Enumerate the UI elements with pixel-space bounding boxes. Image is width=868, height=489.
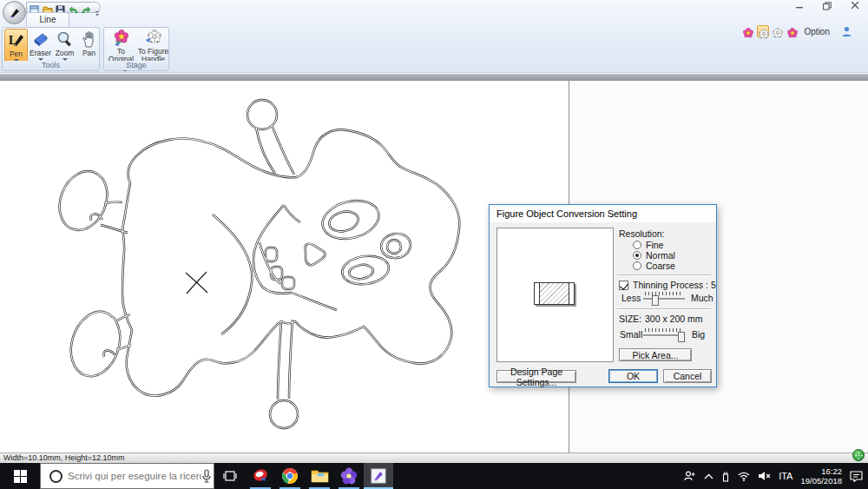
tab-strip: Line Image Option [0, 12, 868, 26]
taskbar-app-active-lineimage[interactable] [364, 463, 393, 489]
embroidery-app-icon [252, 467, 269, 485]
cancel-button[interactable]: Cancel [663, 369, 712, 383]
original-image-flower-icon [105, 29, 137, 48]
dialog-title[interactable]: Figure Object Conversion Setting [490, 205, 716, 222]
big-label: Big [692, 329, 705, 340]
pan-label: Pan [77, 49, 101, 57]
keyboard-language[interactable]: ITA [779, 471, 792, 481]
task-view-button[interactable] [214, 463, 246, 489]
restore-button[interactable] [819, 1, 835, 11]
eraser-icon [29, 30, 52, 49]
slider-thumb[interactable] [678, 332, 685, 342]
radio-coarse-label[interactable]: Coarse [646, 261, 675, 271]
taskbar-app-pedesign[interactable] [334, 463, 364, 489]
tray-date: 19/05/2018 [800, 476, 842, 486]
preview-figure-object [534, 282, 575, 305]
slider-thumb[interactable] [652, 295, 659, 306]
new-document-icon[interactable] [30, 3, 39, 11]
system-tray: ITA 16:22 19/05/2018 [684, 463, 868, 489]
radio-normal-label[interactable]: Normal [646, 250, 675, 261]
tab-line-image[interactable]: Line Image [26, 12, 69, 26]
app-window: Line Image Option L [0, 0, 868, 489]
small-label: Small [620, 329, 642, 340]
clock[interactable]: 16:22 19/05/2018 [800, 466, 842, 486]
radio-fine-label[interactable]: Fine [646, 240, 663, 250]
design-page-settings-button[interactable]: Design Page Settings... [496, 370, 576, 383]
pansy-flower-icon [340, 467, 358, 485]
taskbar-search[interactable] [40, 463, 214, 489]
x-mark [186, 272, 207, 294]
status-bar: Width=10.10mm, Height=12.10mm [0, 453, 868, 463]
resolution-label: Resolution: [619, 228, 665, 239]
figure-handle-flower-icon [137, 29, 169, 48]
start-button[interactable] [0, 463, 40, 489]
magnifier-icon [53, 30, 76, 49]
people-icon[interactable] [684, 471, 696, 481]
less-label: Less [621, 293, 641, 303]
figure-object-conversion-dialog: Figure Object Conversion Setting Resolut… [489, 204, 717, 387]
pen-label: Pen [5, 50, 27, 58]
separator [617, 274, 711, 276]
search-input[interactable] [62, 471, 201, 481]
file-explorer-icon [311, 469, 329, 484]
zoom-tool-button[interactable]: Zoom [53, 29, 76, 62]
undo-icon[interactable] [69, 3, 78, 11]
stage-group-label: Stage [104, 61, 168, 70]
pen-icon: L [5, 30, 27, 50]
size-slider[interactable] [643, 328, 685, 342]
minimize-button[interactable] [792, 1, 807, 11]
show-hidden-icons-chevron[interactable] [704, 473, 713, 479]
redo-icon[interactable] [81, 3, 90, 11]
windows-logo-icon [14, 470, 27, 483]
separator [617, 308, 711, 310]
save-icon[interactable] [56, 3, 65, 11]
taskbar-app-file-explorer[interactable] [305, 463, 334, 489]
window-controls [792, 0, 863, 11]
tools-group-label: Tools [3, 61, 99, 70]
to-original-image-button[interactable]: To Original Image [105, 29, 137, 63]
design-canvas[interactable]: Figure Object Conversion Setting Resolut… [0, 81, 868, 453]
ribbon-header: Line Image Option L [0, 0, 868, 73]
line-drawing-monster [0, 81, 868, 453]
wifi-icon[interactable] [738, 472, 750, 481]
canvas-top-divider [0, 74, 868, 81]
taskbar-app-chrome[interactable] [275, 463, 305, 489]
slider-track [643, 298, 685, 300]
radio-fine[interactable] [633, 241, 641, 249]
size-value: 300 x 200 mm [645, 314, 703, 324]
eraser-tool-button[interactable]: Eraser [29, 29, 52, 62]
microphone-icon[interactable] [201, 469, 212, 483]
ribbon: L Pen Eraser [0, 26, 868, 73]
size-label: SIZE: [619, 314, 641, 324]
usb-icon[interactable] [721, 471, 730, 482]
pen-tool-button[interactable]: L Pen [4, 29, 28, 62]
active-app-icon [370, 467, 387, 485]
slider-ticks [645, 292, 683, 295]
stage-group: To Original Image To Figure Handle Stage [103, 27, 169, 71]
thinning-checkbox[interactable] [619, 281, 628, 290]
ok-button[interactable]: OK [608, 369, 658, 383]
zoom-label: Zoom [53, 49, 76, 57]
to-figure-handle-button[interactable]: To Figure Handle [137, 29, 169, 63]
volume-muted-icon[interactable] [758, 471, 771, 481]
close-button[interactable] [847, 1, 863, 11]
thinning-slider[interactable] [643, 292, 685, 306]
windows-taskbar: ITA 16:22 19/05/2018 [0, 463, 868, 489]
preview-hatch-area [540, 283, 569, 304]
pick-area-button[interactable]: Pick Area... [619, 348, 692, 361]
taskbar-app-embroidery[interactable] [246, 463, 275, 489]
application-menu-button[interactable] [3, 1, 26, 24]
chrome-icon [281, 467, 299, 485]
canvas-pan-icon[interactable] [852, 449, 865, 461]
task-view-icon [223, 470, 237, 482]
thinning-label[interactable]: Thinning Process : 5 [633, 280, 716, 290]
eraser-label: Eraser [29, 49, 52, 57]
open-folder-icon[interactable] [43, 3, 52, 11]
preview-right-cap [569, 283, 574, 304]
radio-normal[interactable] [633, 251, 641, 260]
conversion-preview [496, 228, 614, 362]
cortana-icon [49, 470, 62, 483]
action-center-icon[interactable] [850, 471, 863, 482]
radio-coarse[interactable] [633, 261, 641, 270]
pan-tool-button[interactable]: Pan [77, 29, 101, 62]
